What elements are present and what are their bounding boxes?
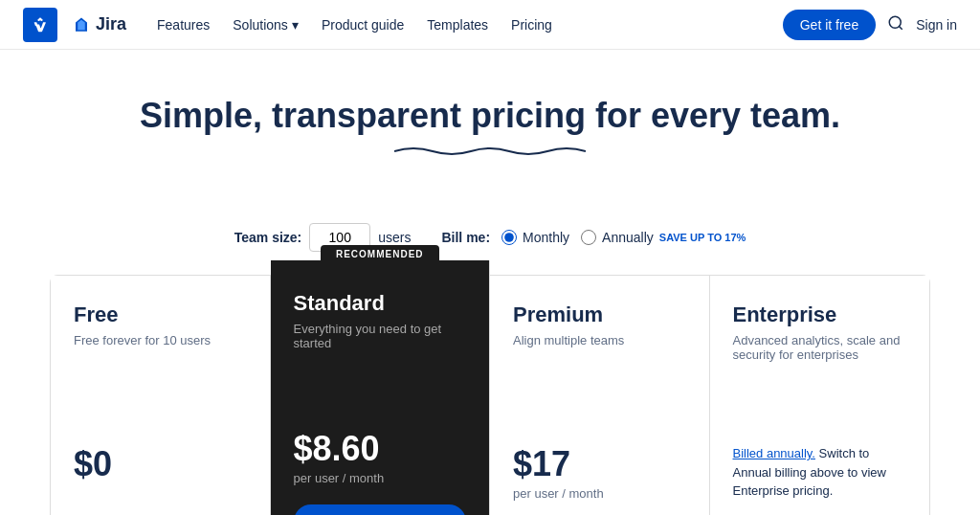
premium-price-section: $17 per user / month [490, 429, 709, 515]
get-it-free-button[interactable]: Get it free [783, 10, 876, 40]
nav-right: Get it free Sign in [783, 10, 957, 40]
atlassian-logo-icon [31, 15, 50, 34]
enterprise-plan-desc: Advanced analytics, scale and security f… [733, 333, 907, 362]
free-plan-name: Free [74, 302, 247, 327]
monthly-radio[interactable] [501, 230, 517, 245]
recommended-badge: RECOMMENDED [271, 245, 490, 263]
pricing-controls: Team size: users Bill me: Monthly Annual… [0, 223, 980, 252]
nav-solutions[interactable]: Solutions ▾ [233, 17, 299, 33]
jira-icon [73, 16, 90, 34]
nav-templates[interactable]: Templates [427, 17, 488, 33]
enterprise-plan-card: Enterprise Advanced analytics, scale and… [710, 276, 930, 515]
squiggle-decoration [394, 144, 586, 159]
nav-links: Features Solutions ▾ Product guide Templ… [157, 17, 783, 33]
team-size-label: Team size: [234, 230, 302, 245]
chevron-down-icon: ▾ [292, 17, 299, 33]
bill-me-label: Bill me: [441, 230, 490, 245]
hero-title: Simple, transparent pricing for every te… [23, 96, 957, 136]
search-icon[interactable] [887, 14, 904, 34]
free-price: $0 [74, 444, 247, 484]
users-label: users [378, 230, 411, 245]
premium-price-unit: per user / month [513, 486, 686, 501]
hero-section: Simple, transparent pricing for every te… [0, 50, 980, 223]
standard-plan-desc: Everything you need to get started [294, 322, 467, 350]
navigation: Jira Features Solutions ▾ Product guide … [0, 0, 980, 50]
annually-radio[interactable] [581, 230, 596, 245]
standard-cta-button[interactable]: Start free trial [294, 504, 467, 515]
free-card-header: Free Free forever for 10 users [51, 276, 270, 429]
premium-plan-card: Premium Align multiple teams $17 per use… [490, 276, 710, 515]
standard-plan-card: RECOMMENDED Standard Everything you need… [271, 260, 491, 515]
enterprise-billing-note: Billed annually. Switch to Annual billin… [733, 444, 907, 501]
monthly-label: Monthly [523, 230, 569, 245]
free-price-section: $0 [51, 429, 270, 515]
svg-line-1 [900, 26, 902, 29]
premium-plan-name: Premium [513, 302, 686, 327]
free-price-unit [74, 486, 247, 501]
standard-price-section: $8.60 per user / month [271, 414, 490, 504]
standard-plan-name: Standard [294, 291, 467, 316]
standard-cta-section: Start free trial [271, 504, 490, 515]
pricing-section: Free Free forever for 10 users $0 Get it… [0, 275, 980, 515]
annually-label: Annually [602, 230, 654, 245]
svg-point-0 [889, 16, 901, 28]
pricing-cards: Free Free forever for 10 users $0 Get it… [50, 275, 930, 515]
recommended-label: RECOMMENDED [321, 245, 439, 263]
enterprise-card-header: Enterprise Advanced analytics, scale and… [710, 276, 930, 429]
standard-price: $8.60 [294, 429, 467, 469]
standard-card-header: Standard Everything you need to get star… [271, 260, 490, 414]
premium-card-header: Premium Align multiple teams [490, 276, 709, 429]
save-badge: SAVE UP TO 17% [659, 232, 746, 243]
atlassian-logo-box [23, 8, 57, 42]
premium-price: $17 [513, 444, 686, 484]
enterprise-price-section: Billed annually. Switch to Annual billin… [710, 429, 930, 515]
sign-in-link[interactable]: Sign in [916, 17, 957, 33]
billing-group: Bill me: Monthly Annually SAVE UP TO 17% [441, 230, 746, 245]
nav-product-guide[interactable]: Product guide [322, 17, 404, 33]
standard-price-unit: per user / month [294, 471, 467, 485]
enterprise-plan-name: Enterprise [733, 302, 907, 327]
brand-name: Jira [96, 14, 126, 34]
free-plan-desc: Free forever for 10 users [74, 333, 247, 347]
monthly-option[interactable]: Monthly [501, 230, 569, 245]
annually-option[interactable]: Annually SAVE UP TO 17% [581, 230, 746, 245]
free-plan-card: Free Free forever for 10 users $0 Get it… [51, 276, 271, 515]
brand-logo[interactable]: Jira [73, 14, 126, 34]
nav-pricing[interactable]: Pricing [511, 17, 552, 33]
nav-features[interactable]: Features [157, 17, 210, 33]
premium-plan-desc: Align multiple teams [513, 333, 686, 347]
billed-annually-link[interactable]: Billed annually. [733, 446, 815, 460]
